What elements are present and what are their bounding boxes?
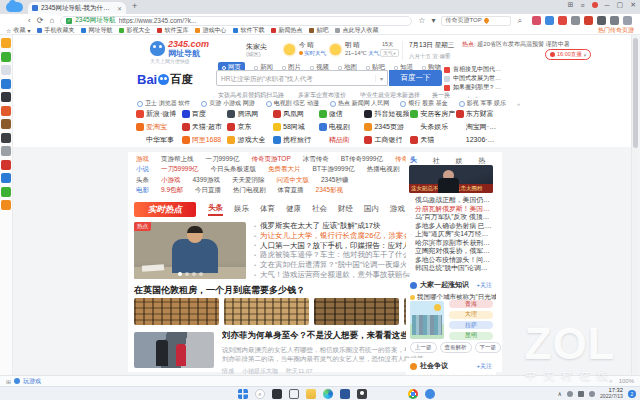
- chrome-browser-icon[interactable]: [408, 389, 418, 399]
- taskbar-search-icon[interactable]: ⌕: [255, 389, 265, 399]
- volume-icon[interactable]: [589, 391, 595, 397]
- page-scrollbar[interactable]: [631, 35, 638, 375]
- site-link[interactable]: 精品街: [319, 135, 365, 145]
- site-link[interactable]: 游戏大全: [227, 135, 273, 145]
- site-link[interactable]: 京东: [227, 122, 273, 132]
- search-icon[interactable]: ⌕: [609, 378, 612, 385]
- quiz-option-button[interactable]: 昆明: [449, 332, 493, 340]
- notification-badge[interactable]: 2: [628, 390, 636, 398]
- quiz-option-button[interactable]: 大理: [449, 311, 493, 319]
- bookmark-item[interactable]: 手机收藏夹: [37, 26, 74, 35]
- site-link[interactable]: 58同城: [273, 122, 319, 132]
- textlink[interactable]: 小游戏: [161, 176, 181, 185]
- tab-close-icon[interactable]: ✕: [117, 5, 122, 12]
- textlink[interactable]: 问道中文版: [276, 176, 309, 185]
- search-icon[interactable]: ⌕: [517, 17, 521, 25]
- site-link[interactable]: 工商银行: [364, 135, 410, 145]
- app-shortcut-icon[interactable]: [1, 187, 11, 197]
- back-icon[interactable]: ‹: [28, 17, 31, 25]
- lock-app-icon[interactable]: [357, 389, 367, 399]
- bookmark-item[interactable]: 网址导航: [81, 26, 112, 35]
- article1-title[interactable]: 在英国伦敦租房，一个月到底需要多少钱？: [134, 284, 305, 297]
- site-link[interactable]: 抖音短视频: [364, 109, 410, 119]
- textlink[interactable]: 今日直播: [195, 186, 221, 195]
- app-shortcut-icon[interactable]: [1, 133, 11, 143]
- textlink[interactable]: 4399游戏: [193, 176, 220, 185]
- office-app-icon[interactable]: [340, 389, 350, 399]
- chevron-down-icon[interactable]: ▾: [431, 17, 435, 25]
- site-link[interactable]: 头条娱乐: [410, 122, 456, 132]
- article2-meta-item[interactable]: 小猪娱乐大咖: [242, 367, 278, 375]
- textlink[interactable]: 2345秒赚: [321, 176, 348, 185]
- app-shortcut-icon[interactable]: [1, 200, 11, 210]
- refresh-icon[interactable]: ⟳: [37, 17, 44, 25]
- site-badge[interactable]: 2345网址导航: [75, 16, 115, 25]
- news-tab[interactable]: 国内: [364, 204, 379, 215]
- site-nav-group[interactable]: 卫士 浏览器 软件: [137, 99, 190, 108]
- article2-meta-item[interactable]: 昨天11:07: [286, 367, 313, 375]
- site-link[interactable]: 阿里1688: [182, 135, 228, 145]
- address-bar[interactable]: ✓ 2345网址导航 https://www.2345.com/?k...: [60, 16, 412, 26]
- textlink[interactable]: BT传奇9999亿: [341, 155, 383, 164]
- site-link[interactable]: 2345页游: [364, 122, 410, 132]
- news-tab[interactable]: 游戏: [390, 204, 405, 215]
- browser-2345-icon[interactable]: [425, 389, 435, 399]
- textlink[interactable]: 热门电视剧: [233, 186, 266, 195]
- extension-icon[interactable]: [623, 16, 632, 25]
- news-tab[interactable]: 健康: [286, 204, 301, 215]
- site-link[interactable]: 腾讯网: [227, 109, 273, 119]
- task-view-icon[interactable]: [289, 389, 299, 399]
- close-button[interactable]: ✕: [630, 1, 636, 9]
- carousel-dots[interactable]: [134, 272, 246, 276]
- extension-icon[interactable]: [545, 16, 554, 25]
- textlink[interactable]: BT手游9999亿: [313, 165, 355, 174]
- hot-news-item[interactable]: 首相接见中国代表团 今天…: [444, 65, 501, 74]
- minimize-button[interactable]: ─: [605, 2, 610, 9]
- app-shortcut-icon[interactable]: [1, 79, 11, 89]
- bookmark-item[interactable]: 贴吧: [309, 26, 328, 35]
- textlink[interactable]: 体育直播: [278, 186, 304, 195]
- site-link[interactable]: 携程旅行: [273, 135, 319, 145]
- bookmark-item[interactable]: 游戏中心: [195, 26, 226, 35]
- news-tab[interactable]: 社会: [312, 204, 327, 215]
- textlink[interactable]: 9.9包邮: [161, 186, 183, 195]
- site-nav-group[interactable]: 影视 军事 娱乐: [459, 99, 506, 108]
- extension-icon[interactable]: [597, 16, 606, 25]
- forecast-15d[interactable]: 15天: [382, 41, 394, 48]
- site-nav-group[interactable]: 电视剧 综艺 动漫: [266, 99, 319, 108]
- bookmark-item[interactable]: 软件下载: [233, 26, 264, 35]
- start-button-icon[interactable]: [238, 389, 248, 399]
- article2-meta-item[interactable]: 情感: [222, 367, 234, 375]
- site-link[interactable]: 天猫·超市: [182, 122, 228, 132]
- app-shortcut-icon[interactable]: [1, 52, 11, 62]
- textlink[interactable]: 免费看大片: [268, 165, 301, 174]
- app-shortcut-icon[interactable]: [1, 65, 11, 75]
- menu-icon[interactable]: ≡: [580, 2, 584, 9]
- textlink[interactable]: 热播电视剧: [367, 165, 400, 174]
- site-link[interactable]: 安居客房产: [410, 109, 456, 119]
- edge-browser-icon[interactable]: [323, 389, 333, 399]
- textlink[interactable]: 小说: [136, 165, 149, 174]
- zoom-level[interactable]: 100%: [619, 378, 634, 384]
- site-link[interactable]: 电视剧: [319, 122, 365, 132]
- weather-link[interactable]: 天气: [368, 50, 379, 56]
- prev-question-button[interactable]: 上一题: [410, 342, 437, 353]
- hot-news-item[interactable]: 如果搬到那里？这种东西千…: [444, 83, 501, 92]
- hotline[interactable]: 热点: 超20省区市发布高温预警 谨防中暑: [462, 40, 612, 49]
- app-shortcut-icon[interactable]: [1, 106, 11, 116]
- hot-news-item[interactable]: 中国式发展为世界带来更多…: [444, 74, 501, 83]
- site-link[interactable]: 新浪·微博: [136, 109, 182, 119]
- url-text[interactable]: https://www.2345.com/?k...: [119, 17, 197, 24]
- site-nav-group[interactable]: 银行 股票 基金: [400, 99, 447, 108]
- dot-icon[interactable]: [192, 272, 196, 276]
- article1-image[interactable]: [314, 298, 399, 325]
- site-link[interactable]: 爱淘宝: [136, 122, 182, 132]
- chevron-down-icon[interactable]: ▾: [375, 75, 387, 82]
- site-link[interactable]: 淘宝网·特卖: [456, 122, 502, 132]
- bookmarks-menu[interactable]: ☆ 收藏 ▾: [6, 26, 30, 35]
- article2-thumbnail[interactable]: [134, 332, 214, 368]
- textlink[interactable]: 2345影视: [316, 186, 343, 195]
- follow-link[interactable]: +关注: [476, 362, 492, 371]
- textlink[interactable]: 头条: [136, 176, 149, 185]
- site-nav-more[interactable]: «: [517, 101, 520, 107]
